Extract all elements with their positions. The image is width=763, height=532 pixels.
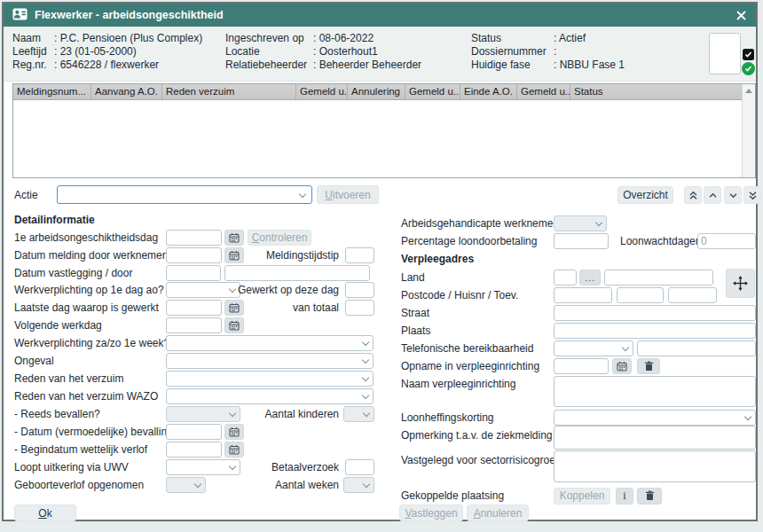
arbeidsgehandicapte-select[interactable] xyxy=(554,215,607,231)
huisnr-input[interactable] xyxy=(617,287,664,303)
info-label: Leeftijd xyxy=(12,45,54,59)
gewerkt-op-deze-dag-label: Gewerkt op deze dag xyxy=(187,284,339,296)
actie-select[interactable] xyxy=(57,185,312,204)
grid-header-cell[interactable]: Gemeld u... xyxy=(296,84,348,99)
loonheffingskorting-select[interactable] xyxy=(554,410,756,426)
datum-melding-label: Datum melding door werknemer xyxy=(14,249,166,262)
land-code-input[interactable] xyxy=(554,270,577,286)
land-lookup-button[interactable]: ... xyxy=(579,270,601,286)
grid-body-empty[interactable] xyxy=(13,100,742,177)
loonwachtdagen-input[interactable] xyxy=(697,233,756,249)
aantal-kinderen-select[interactable] xyxy=(343,406,374,422)
info-label: Reg.nr. xyxy=(12,59,54,72)
naam-verpleeginrichting-textarea[interactable] xyxy=(554,376,756,407)
info-button[interactable]: i xyxy=(616,488,633,505)
vastgelegd-sectorrisicogroep-textarea[interactable] xyxy=(554,450,756,482)
grid-scrollbar[interactable] xyxy=(742,84,755,177)
gewerkt-op-deze-dag-input[interactable] xyxy=(345,282,374,298)
aantal-weken-label: Aantal weken xyxy=(187,479,339,491)
aantal-kinderen-label: Aantal kinderen xyxy=(187,408,339,420)
laatste-dag-label: Laatste dag waarop is gewerkt xyxy=(14,301,166,314)
flexwerker-card-icon xyxy=(12,8,28,23)
previous-record-button[interactable] xyxy=(704,186,721,204)
info-column-3: Status: Actief Dossiernummer: Huidige fa… xyxy=(471,32,625,72)
toevoeging-input[interactable] xyxy=(668,287,717,303)
reden-verzuim-select[interactable] xyxy=(166,371,374,387)
info-value: : NBBU Fase 1 xyxy=(554,59,625,72)
plaats-input[interactable] xyxy=(554,323,756,339)
info-value: : 08-06-2022 xyxy=(313,32,374,45)
calendar-icon[interactable] xyxy=(612,358,632,374)
grid-header-row: Meldingsnum... Aanvang A.O. Reden verzui… xyxy=(13,84,742,100)
grid-header-cell[interactable]: Einde A.O. xyxy=(460,84,517,99)
uitvoeren-button[interactable]: Uitvoeren xyxy=(317,185,379,204)
checkbox-checked-icon[interactable] xyxy=(743,49,754,60)
meldingstijdstip-input[interactable] xyxy=(345,247,374,263)
trash-icon[interactable] xyxy=(637,488,662,505)
land-label: Land xyxy=(401,271,554,284)
volgende-werkdag-input[interactable] xyxy=(166,317,222,333)
info-column-2: Ingeschreven op: 08-06-2022 Locatie: Oos… xyxy=(225,32,421,72)
title-bar: Flexwerker - arbeidsongeschiktheid xyxy=(4,4,756,27)
grid-header-cell[interactable]: Aanvang A.O. xyxy=(91,84,162,99)
scroll-up-icon[interactable] xyxy=(743,84,755,98)
grid-header-cell[interactable]: Reden verzuim xyxy=(162,84,296,99)
last-record-button[interactable] xyxy=(743,186,761,204)
grid-header-cell[interactable]: Annulering xyxy=(348,84,405,99)
grid-header-cell[interactable]: Gemeld u... xyxy=(405,84,460,99)
opname-datum-input[interactable] xyxy=(554,358,609,374)
chevron-down-icon xyxy=(595,219,602,226)
chevron-up-icon xyxy=(708,191,718,200)
info-value: : Beheerder Beheerder xyxy=(313,59,421,72)
next-record-button[interactable] xyxy=(724,186,742,204)
aantal-weken-select[interactable] xyxy=(343,477,374,493)
grid-header-cell[interactable]: Gemeld u... xyxy=(517,84,570,99)
first-record-button[interactable] xyxy=(684,186,702,204)
datum-bevalling-input[interactable] xyxy=(166,424,222,440)
controleren-button[interactable]: Controleren xyxy=(248,230,311,246)
betaalverzoek-input[interactable] xyxy=(345,459,374,475)
annuleren-button[interactable]: Annuleren xyxy=(467,505,529,521)
postcode-input[interactable] xyxy=(554,287,612,303)
koppelen-button[interactable]: Koppelen xyxy=(554,488,610,505)
geboorteverlof-label: Geboorteverlof opgenomen xyxy=(14,479,166,491)
straat-input[interactable] xyxy=(554,305,756,321)
vastleggen-button[interactable]: Vastleggen xyxy=(399,505,463,521)
opmerking-ziekmelding-textarea[interactable] xyxy=(554,426,756,450)
van-totaal-input[interactable] xyxy=(345,300,374,316)
overzicht-button[interactable]: Overzicht xyxy=(617,186,673,204)
uitvoeren-label: Uitvoeren xyxy=(325,189,370,201)
vastgelegd-sectorrisicogroep-label: Vastgelegd voor sectorrisicogroep xyxy=(401,450,554,466)
percentage-loondoorbetaling-input[interactable] xyxy=(554,233,609,249)
ongeval-label: Ongeval xyxy=(14,355,166,367)
gekoppelde-plaatsing-label: Gekoppelde plaatsing xyxy=(401,489,554,502)
telefoonnummer-input[interactable] xyxy=(637,340,756,356)
telefonische-bereikbaarheid-label: Telefonische bereikbaarheid xyxy=(401,342,554,355)
calendar-icon[interactable] xyxy=(224,424,244,440)
ok-label: Ok xyxy=(38,507,51,520)
vastlegging-door-input[interactable] xyxy=(224,265,370,281)
meldingen-grid: Meldingsnum... Aanvang A.O. Reden verzui… xyxy=(12,83,756,178)
telefoon-type-select[interactable] xyxy=(554,340,633,356)
reden-verzuim-wazo-select[interactable] xyxy=(166,388,374,404)
first-ao-day-label: 1e arbeidsongeschiktheidsdag xyxy=(14,231,166,244)
datum-vastlegging-label: Datum vastlegging / door xyxy=(14,267,166,279)
first-ao-day-input[interactable] xyxy=(166,230,222,246)
datum-vastlegging-input[interactable] xyxy=(166,265,221,281)
werkverplichting-zazo-select[interactable] xyxy=(166,335,374,351)
ok-button[interactable]: Ok xyxy=(14,505,76,521)
close-icon[interactable] xyxy=(735,9,747,21)
calendar-icon[interactable] xyxy=(224,317,244,333)
grid-header-cell[interactable]: Meldingsnum... xyxy=(13,84,91,99)
calendar-icon[interactable] xyxy=(224,230,244,246)
van-totaal-label: van totaal xyxy=(187,301,339,314)
grid-header-cell[interactable]: Status xyxy=(570,84,742,99)
info-label: Dossiernummer xyxy=(471,45,554,59)
trash-icon[interactable] xyxy=(637,358,660,374)
volgende-werkdag-label: Volgende werkdag xyxy=(14,319,166,332)
calendar-icon[interactable] xyxy=(224,442,244,458)
ongeval-select[interactable] xyxy=(166,353,374,369)
info-column-1: Naam: P.C. Pensioen (Plus Complex) Leeft… xyxy=(12,32,202,72)
land-naam-input[interactable] xyxy=(604,270,713,286)
begindatum-verlof-input[interactable] xyxy=(166,442,222,458)
